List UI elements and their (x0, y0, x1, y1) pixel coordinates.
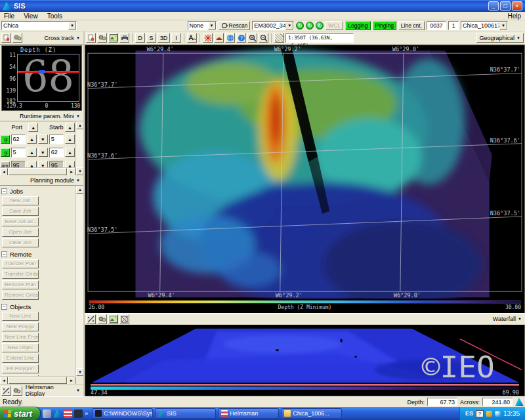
starboard-increase-all-button[interactable]: ▲ (65, 123, 75, 132)
transfer-plan-button[interactable]: Transfer Plan (2, 259, 39, 268)
ascope-icon[interactable] (187, 33, 197, 43)
cross-track-dropdown[interactable]: Cross track ▼ (43, 33, 82, 43)
new-line-from-button[interactable]: New Line From... (2, 333, 39, 342)
starboard-angle-field[interactable]: 62 (49, 148, 64, 158)
scale-position-field[interactable]: 1:3507 (36.63N, -6.49E) (285, 33, 354, 43)
planning-vertical-scrollbar[interactable]: ▲ ▼ (75, 186, 83, 376)
fill-polygon-button[interactable]: Fill Polygon (2, 364, 39, 373)
gears-icon[interactable] (12, 33, 22, 43)
scroll-up-icon[interactable]: ▲ (76, 121, 83, 129)
hatch-icon[interactable] (274, 33, 284, 43)
spin-down-button[interactable]: ▼ (38, 135, 48, 144)
collapse-icon[interactable]: − (1, 304, 7, 310)
scroll-down-icon[interactable]: ▼ (76, 167, 83, 175)
app-shortcut-icon[interactable] (43, 410, 51, 418)
console-shortcut-icon[interactable] (74, 410, 83, 418)
open-job-button[interactable]: Open Job (2, 228, 39, 237)
chevron-down-icon[interactable]: ▼ (499, 22, 507, 30)
line-count-button[interactable]: Line cnt. (398, 21, 425, 30)
rescan-button[interactable]: Rescan (219, 21, 251, 30)
sis-shortcut-icon[interactable] (53, 410, 62, 418)
sun-icon[interactable] (203, 33, 213, 43)
close-button[interactable]: × (512, 1, 522, 10)
port-angle-field[interactable]: 62 (11, 135, 26, 144)
pin-icon[interactable] (86, 33, 96, 43)
start-button[interactable]: start (0, 407, 40, 420)
line-count-field[interactable]: 1 (448, 21, 459, 30)
gears-icon[interactable] (97, 314, 107, 324)
wcl-button[interactable]: WCL (326, 21, 343, 30)
new-job-button[interactable]: New Job (2, 196, 39, 205)
update-tray-icon[interactable] (486, 411, 492, 417)
port-angle-field[interactable]: 5 (11, 148, 26, 158)
new-line-button[interactable]: New Line (2, 312, 39, 321)
spin-down-button[interactable]: ▼ (38, 148, 48, 157)
chevron-down-icon[interactable]: ▼ (208, 22, 216, 30)
scrollbar-thumb[interactable] (9, 377, 67, 384)
gears-icon[interactable] (12, 386, 22, 396)
menu-tools[interactable]: Tools (47, 12, 62, 20)
chevron-down-icon[interactable]: ▼ (285, 22, 293, 30)
spin-up-button[interactable]: ▲ (65, 135, 75, 144)
clear-job-button[interactable]: Clear Job (2, 238, 39, 247)
printer-icon[interactable] (119, 33, 129, 43)
helmsman-shortcut-icon[interactable] (64, 410, 72, 418)
quick-launch-expand-icon[interactable]: » (85, 410, 88, 417)
taskbar-window-sis[interactable]: SIS (155, 408, 216, 419)
remove-plan-button[interactable]: Remove Plan (2, 280, 39, 289)
restart-icon[interactable]: ↻ (306, 22, 314, 30)
scroll-right-icon[interactable]: ► (68, 377, 75, 384)
language-indicator[interactable]: ES (465, 410, 473, 417)
keyboard-layout-icon[interactable]: ? (476, 410, 484, 417)
scroll-left-icon[interactable]: ◄ (0, 168, 8, 175)
taskbar-window-folder[interactable]: Chica_1006... (281, 408, 342, 419)
image-icon[interactable] (108, 33, 118, 43)
display-combo[interactable]: None ▼ (188, 21, 217, 30)
zoom-in-icon[interactable] (247, 33, 257, 43)
slope-mode-button[interactable]: S (146, 33, 156, 43)
restart-icon[interactable]: ↻ (316, 22, 324, 30)
planning-horizontal-scrollbar[interactable]: ◄ ► (0, 376, 75, 384)
restart-icon[interactable]: ↻ (296, 22, 304, 30)
menu-help[interactable]: Help (507, 12, 521, 20)
geographic-map-view[interactable]: W6°29.4' W6°29.2' W6°29.0' W6°29.4' W6°2… (85, 45, 525, 299)
helmsman-display-dropdown[interactable]: Helmsman Display ▼ (24, 386, 82, 395)
scroll-left-icon[interactable]: ◄ (0, 377, 8, 384)
scroll-right-icon[interactable]: ► (68, 168, 75, 175)
collapse-icon[interactable]: − (1, 251, 7, 257)
titlebar[interactable]: SIS _ □ × (0, 0, 525, 12)
spin-up-button[interactable]: ▲ (27, 135, 37, 144)
fit-view-icon[interactable] (119, 314, 129, 324)
planning-module-dropdown[interactable]: Planning module ▼ (28, 176, 82, 185)
view-mode-dropdown[interactable]: Geographical ▼ (476, 33, 524, 43)
help-icon[interactable]: ? (236, 33, 246, 43)
3d-mode-button[interactable]: 3D (158, 33, 170, 43)
extend-line-button[interactable]: Extend Line (2, 354, 39, 363)
scroll-up-icon[interactable]: ▲ (76, 186, 83, 194)
vessel-combo[interactable]: Chica ▼ (1, 21, 77, 30)
runtime-horizontal-scrollbar[interactable]: ◄ ► (0, 167, 75, 175)
new-polygon-button[interactable]: New Polygo (2, 322, 39, 331)
gears-icon[interactable] (97, 33, 107, 43)
taskbar-clock[interactable]: 13:35 (503, 410, 520, 417)
waterfall-dropdown[interactable]: Waterfall ▼ (491, 314, 524, 324)
line-number-field[interactable]: 0037 (427, 21, 446, 30)
measure-icon[interactable] (86, 314, 96, 324)
survey-combo[interactable]: Chica_100617 ▼ (461, 21, 508, 30)
menu-file[interactable]: File (4, 12, 14, 20)
globe-icon[interactable] (225, 33, 235, 43)
minimize-button[interactable]: _ (488, 1, 499, 10)
taskbar-window-console[interactable]: C:\WINDOWS\Syste... (92, 408, 153, 419)
depth-mode-button[interactable]: D (135, 33, 145, 43)
starboard-angle-field[interactable]: 5 (49, 135, 64, 144)
sounder-combo[interactable]: EM3002_345 ▼ (252, 21, 294, 30)
taskbar-window-helmsman[interactable]: Helmsman (218, 408, 279, 419)
intensity-mode-button[interactable]: I (171, 33, 181, 43)
port-increase-all-button[interactable]: ▲ (28, 123, 38, 132)
collapse-icon[interactable]: − (1, 188, 7, 194)
pin-icon[interactable] (1, 33, 11, 43)
spin-up-button[interactable]: ▲ (65, 148, 75, 157)
zoom-out-icon[interactable] (259, 33, 268, 43)
save-job-as-button[interactable]: Save Job as ... (2, 217, 39, 226)
remove-grids-button[interactable]: Remove Grids (2, 291, 39, 300)
